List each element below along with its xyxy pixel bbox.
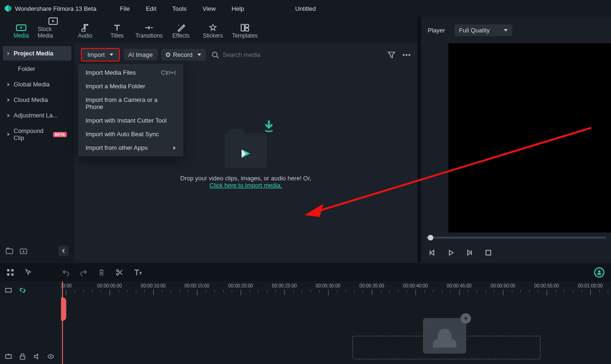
sidebar-item-adjustment-layer[interactable]: Adjustment La... [3, 108, 71, 123]
collapse-sidebar-button[interactable] [58, 246, 69, 256]
import-menu-camera-phone[interactable]: Import from a Camera or a Phone [78, 93, 183, 114]
menu-file[interactable]: File [113, 2, 136, 15]
nav-tab-stickers[interactable]: Stickers [197, 22, 228, 42]
split-button[interactable] [116, 269, 123, 276]
selection-tool-icon[interactable] [24, 269, 32, 276]
nav-tab-audio[interactable]: Audio [70, 22, 101, 42]
sidebar-item-label: Adjustment La... [14, 112, 58, 119]
timeline-body[interactable]: 00:0000:00:05:0000:00:10:0000:00:15:0000… [61, 281, 611, 364]
svg-point-1 [20, 27, 22, 29]
timeline-ruler[interactable]: 00:0000:00:05:0000:00:10:0000:00:15:0000… [61, 281, 611, 299]
svg-rect-21 [7, 273, 9, 276]
next-frame-button[interactable] [465, 248, 474, 257]
add-clip-button[interactable]: + [461, 313, 471, 324]
svg-rect-19 [7, 269, 9, 271]
top-menu-bar: Wondershare Filmora 13 Beta File Edit To… [0, 0, 611, 17]
svg-rect-8 [6, 249, 13, 254]
sidebar-item-cloud-media[interactable]: Cloud Media [3, 93, 71, 107]
player-panel: Player Full Quality [421, 17, 611, 263]
menu-edit[interactable]: Edit [139, 2, 163, 15]
filter-icon[interactable] [387, 51, 396, 59]
lock-track-icon[interactable] [19, 353, 26, 360]
import-button[interactable]: Import [81, 48, 120, 62]
search-icon [212, 51, 219, 59]
player-viewport[interactable] [448, 43, 611, 232]
player-controls [421, 243, 611, 263]
search-input[interactable] [223, 51, 317, 58]
ruler-label: 00:00:55:00 [534, 283, 559, 288]
grid-view-icon[interactable] [7, 269, 14, 276]
svg-point-12 [406, 54, 407, 56]
more-options-icon[interactable] [402, 54, 411, 56]
ruler-label: 00:00:25:00 [272, 283, 297, 288]
delete-button[interactable] [98, 269, 105, 276]
timeline-snap-icon[interactable] [5, 287, 12, 294]
audio-icon [80, 24, 90, 31]
sidebar-item-project-media[interactable]: Project Media [3, 46, 71, 61]
menu-item-label: Import from a Camera or a Phone [86, 96, 176, 110]
quality-select[interactable]: Full Quality [454, 24, 512, 36]
play-pause-button[interactable] [446, 248, 455, 257]
timeline-link-icon[interactable] [19, 287, 26, 294]
scrub-thumb[interactable] [428, 235, 433, 240]
nav-tab-effects[interactable]: Effects [165, 22, 196, 42]
import-link[interactable]: Click here to import media. [210, 182, 282, 189]
nav-tab-templates[interactable]: Templates [229, 22, 260, 42]
mute-track-icon[interactable] [33, 353, 40, 360]
nav-tab-titles[interactable]: Titles [102, 22, 133, 42]
svg-rect-28 [20, 356, 25, 359]
nav-tab-stockmedia[interactable]: Stock Media [38, 15, 69, 42]
record-button[interactable]: Record [161, 49, 206, 61]
templates-icon [240, 24, 250, 31]
track-area[interactable]: + [61, 299, 611, 364]
user-avatar-icon[interactable] [594, 267, 604, 278]
new-folder-icon[interactable] [20, 247, 27, 255]
player-scrubber[interactable] [421, 232, 611, 243]
titles-icon [112, 24, 122, 31]
media-sidebar: Project Media Folder Global Media Cloud … [0, 43, 74, 263]
hide-track-icon[interactable] [47, 353, 55, 360]
import-menu-media-folder[interactable]: Import a Media Folder [78, 79, 183, 93]
sidebar-item-global-media[interactable]: Global Media [3, 77, 71, 92]
insert-clip-card[interactable]: + [423, 318, 466, 354]
undo-button[interactable] [62, 269, 70, 276]
submenu-caret-icon [173, 146, 176, 150]
menu-item-label: Import with Auto Beat Sync [86, 131, 159, 138]
new-bin-icon[interactable] [6, 247, 13, 255]
expand-icon [8, 132, 10, 136]
import-menu-media-files[interactable]: Import Media Files Ctrl+I [78, 66, 183, 79]
sidebar-item-folder[interactable]: Folder [3, 62, 71, 76]
svg-point-13 [408, 54, 410, 56]
nav-tab-transitions[interactable]: Transitions [133, 22, 164, 42]
prev-frame-button[interactable] [428, 248, 436, 257]
ruler-label: 00:00:40:00 [403, 283, 428, 288]
stickers-icon [208, 24, 218, 31]
app-logo-icon [4, 4, 12, 13]
svg-rect-22 [11, 273, 14, 276]
svg-rect-7 [245, 28, 249, 31]
menu-view[interactable]: View [196, 2, 222, 15]
menu-tools[interactable]: Tools [166, 2, 193, 15]
svg-marker-17 [305, 204, 323, 217]
nav-tabs: Media Stock Media Audio Titles Transitio… [0, 17, 417, 43]
add-track-icon[interactable] [5, 353, 12, 360]
import-menu-auto-beat-sync[interactable]: Import with Auto Beat Sync [78, 127, 183, 141]
media-column: Media Stock Media Audio Titles Transitio… [0, 17, 417, 263]
nav-tab-media[interactable]: Media [6, 22, 37, 42]
redo-button[interactable] [80, 269, 87, 276]
media-icon [16, 24, 26, 31]
import-menu-other-apps[interactable]: Import from other Apps [78, 141, 183, 155]
stop-button[interactable] [484, 248, 493, 257]
menu-help[interactable]: Help [225, 2, 251, 15]
ruler-label: 00:00:20:00 [228, 283, 253, 288]
ruler-label: 00:00:35:00 [360, 283, 384, 288]
chevron-down-icon [110, 54, 113, 56]
text-tool-icon[interactable] [133, 269, 142, 276]
sidebar-item-compound-clip[interactable]: Compound Clip BETA [3, 124, 71, 145]
timeline-playhead[interactable] [62, 281, 63, 364]
ai-image-button[interactable]: AI Image [124, 49, 157, 61]
nav-tab-label: Audio [78, 32, 93, 39]
expand-icon [8, 83, 10, 86]
import-menu-instant-cutter[interactable]: Import with Instant Cutter Tool [78, 114, 183, 127]
menu-item-label: Import from other Apps [86, 144, 148, 151]
